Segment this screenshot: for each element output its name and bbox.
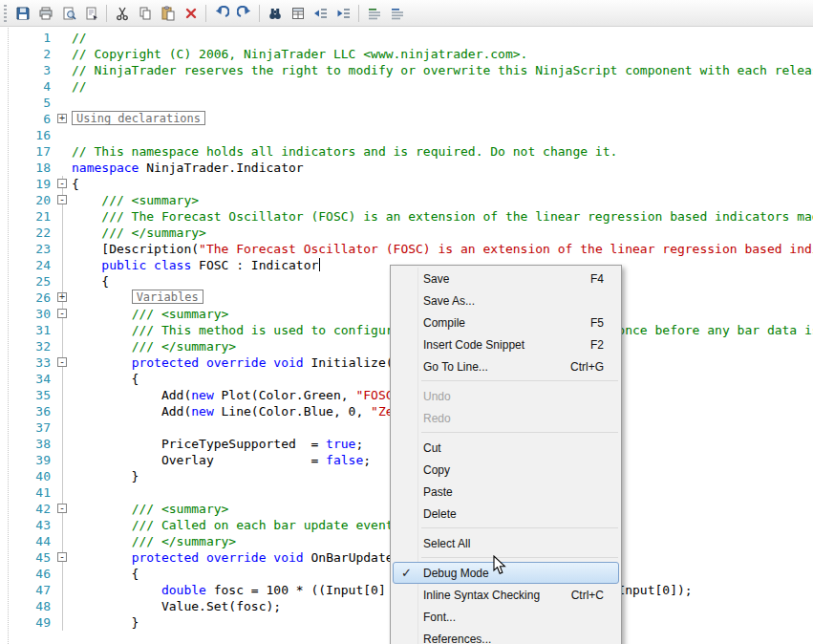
menu-item-font[interactable]: Font... (393, 606, 619, 628)
code-token: // NinjaTrader reserves the right to mod… (72, 63, 813, 77)
page-properties-button[interactable] (80, 3, 102, 24)
cut-button[interactable] (111, 3, 133, 24)
fold-collapse-marker[interactable]: - (57, 504, 67, 513)
menu-item-shortcut: Ctrl+C (560, 589, 604, 602)
toolbar-grip[interactable] (4, 5, 7, 22)
fold-collapse-marker[interactable]: - (57, 357, 67, 367)
fold-column: - (55, 306, 72, 322)
code-token: /// </summary> (132, 339, 237, 354)
code-text[interactable]: /// The Forecast Oscillator (FOSC) is an… (72, 208, 813, 225)
fold-column (55, 338, 72, 354)
fold-column (55, 403, 72, 419)
fold-column (55, 452, 72, 468)
menu-item-cut[interactable]: Cut (393, 437, 619, 459)
line-number: 18 (0, 160, 55, 176)
code-token: override (206, 355, 267, 370)
menu-item-references[interactable]: References... (393, 628, 619, 644)
code-text[interactable]: // This namespace holds all indicators a… (72, 143, 813, 160)
code-text[interactable]: /// <summary> (72, 192, 813, 208)
line-number: 22 (0, 225, 55, 241)
code-text[interactable]: // (72, 78, 813, 95)
fold-column (55, 241, 72, 257)
menu-item-label: Inline Syntax Checking (423, 589, 540, 602)
collapsed-region[interactable]: Using declarations (72, 111, 205, 125)
menu-item-save-as[interactable]: Save As... (393, 290, 619, 311)
menu-item-label: Insert Code Snippet (423, 338, 524, 352)
fold-column: + (55, 290, 72, 306)
code-text[interactable]: { (72, 176, 813, 192)
menu-item-inline-syntax-checking[interactable]: Inline Syntax CheckingCtrl+C (393, 584, 619, 606)
code-text[interactable]: Using declarations (72, 111, 813, 127)
code-line: 3// NinjaTrader reserves the right to mo… (0, 62, 813, 78)
menu-item-label: Paste (423, 485, 453, 499)
code-line: 17// This namespace holds all indicators… (0, 143, 813, 160)
toolbar-separator (205, 5, 206, 22)
comment-selection-button[interactable] (363, 3, 385, 24)
menu-separator (421, 380, 618, 381)
code-token: Overlay = (72, 453, 326, 467)
context-menu: SaveF4Save As...CompileF5Insert Code Sni… (390, 265, 622, 644)
code-token (72, 550, 132, 565)
code-text[interactable] (72, 127, 813, 143)
delete-button[interactable] (180, 3, 202, 24)
uncomment-selection-button[interactable] (386, 3, 408, 24)
print-preview-button[interactable] (57, 3, 79, 24)
code-text[interactable]: [Description("The Forecast Oscillator (F… (72, 241, 813, 257)
code-token: // (72, 31, 87, 45)
undo-button[interactable] (210, 3, 232, 24)
redo-button[interactable] (233, 3, 255, 24)
menu-separator (421, 557, 618, 558)
fold-collapse-marker[interactable]: - (57, 309, 67, 318)
copy-button[interactable] (134, 3, 156, 24)
line-number: 43 (0, 517, 55, 533)
code-token: /// <summary> (101, 193, 199, 207)
code-token: public (101, 258, 146, 272)
menu-item-insert-code-snippet[interactable]: Insert Code SnippetF2 (393, 333, 619, 355)
fold-expand-marker[interactable]: + (57, 292, 67, 302)
code-text[interactable]: // (72, 30, 813, 46)
menu-item-compile[interactable]: CompileF5 (393, 311, 619, 333)
menu-item-shortcut: F2 (579, 338, 604, 352)
code-token: class (154, 258, 191, 272)
code-text[interactable] (72, 95, 813, 111)
code-text[interactable]: namespace NinjaTrader.Indicator (72, 160, 813, 176)
save-button[interactable] (11, 3, 33, 24)
text-caret (319, 258, 320, 271)
fold-column (55, 273, 72, 290)
code-token: true (326, 437, 355, 451)
code-token: { (72, 177, 79, 191)
print-button[interactable] (34, 3, 56, 24)
code-token (72, 290, 132, 305)
fold-column (55, 62, 72, 78)
menu-item-select-all[interactable]: Select All (393, 532, 619, 554)
fold-column (55, 582, 72, 598)
fold-collapse-marker[interactable]: - (57, 195, 67, 204)
menu-item-label: Go To Line... (423, 360, 488, 374)
menu-item-delete[interactable]: Delete (393, 503, 619, 525)
fold-expand-marker[interactable]: + (57, 114, 67, 123)
code-token: protected (132, 355, 199, 370)
fold-collapse-marker[interactable]: - (57, 179, 67, 188)
menu-item-debug-mode[interactable]: ✓Debug Mode (393, 562, 619, 584)
menu-item-save[interactable]: SaveF4 (393, 268, 619, 290)
menu-item-shortcut: F5 (579, 316, 604, 330)
code-text[interactable]: /// </summary> (72, 225, 813, 241)
menu-item-copy[interactable]: Copy (393, 459, 619, 481)
fold-column (55, 371, 72, 387)
code-token: override (206, 550, 267, 565)
fold-column: - (55, 501, 72, 517)
menu-item-go-to-line[interactable]: Go To Line...Ctrl+G (393, 355, 619, 377)
code-text[interactable]: // NinjaTrader reserves the right to mod… (72, 62, 813, 78)
menu-item-paste[interactable]: Paste (393, 481, 619, 503)
outdent-button[interactable] (310, 3, 332, 24)
menu-item-label: Debug Mode (423, 567, 489, 580)
insert-code-snippet-button[interactable] (287, 3, 309, 24)
collapsed-region[interactable]: Variables (132, 290, 203, 304)
code-token (72, 502, 132, 516)
code-text[interactable]: // Copyright (C) 2006, NinjaTrader LLC <… (72, 46, 813, 62)
line-number: 37 (0, 419, 55, 436)
fold-collapse-marker[interactable]: - (57, 552, 67, 562)
indent-button[interactable] (332, 3, 354, 24)
find-button[interactable] (264, 3, 286, 24)
paste-button[interactable] (157, 3, 179, 24)
